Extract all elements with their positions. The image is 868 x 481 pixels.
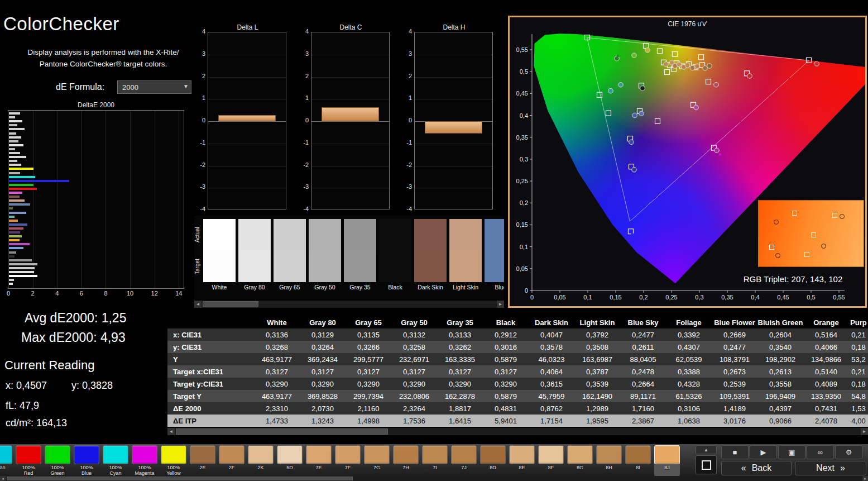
table-cell: 1,7536 bbox=[391, 417, 437, 425]
patch-color bbox=[335, 445, 361, 464]
patch-5d[interactable]: 5D bbox=[277, 445, 303, 476]
scroll-thumb[interactable] bbox=[7, 477, 353, 480]
current-x-value: x: 0,4507 bbox=[6, 380, 47, 392]
patch-color bbox=[248, 445, 274, 464]
table-cell: 0,2477 bbox=[712, 343, 757, 351]
y-tick-label: 0,55 bbox=[516, 46, 528, 53]
measurement-marker bbox=[632, 167, 637, 172]
patch-7j[interactable]: 7J bbox=[451, 445, 477, 476]
target-swatch bbox=[203, 251, 236, 282]
patch-label-line: 2E bbox=[190, 465, 215, 470]
table-cell: 134,9866 bbox=[803, 355, 849, 364]
back-button[interactable]: « Back bbox=[721, 461, 792, 475]
table-cell: 0,3264 bbox=[300, 343, 346, 351]
y-tick-label: 0,35 bbox=[516, 134, 528, 141]
patch-yellow-100[interactable]: 100%Yellow bbox=[161, 445, 186, 476]
deltae-bar bbox=[9, 223, 27, 226]
patch-cyan[interactable]: Cyan bbox=[0, 445, 12, 476]
patch-2e[interactable]: 2E bbox=[190, 445, 215, 476]
patch-color bbox=[161, 445, 186, 464]
play-button[interactable]: ▶ bbox=[750, 445, 777, 459]
gridline bbox=[208, 144, 286, 144]
patch-7i[interactable]: 7I bbox=[422, 445, 448, 476]
deltae-bar bbox=[9, 152, 20, 154]
patch-8j[interactable]: 8J bbox=[654, 445, 680, 476]
scroll-thumb[interactable] bbox=[176, 428, 388, 435]
patch-8h[interactable]: 8H bbox=[596, 445, 622, 476]
deltae-bar bbox=[9, 255, 15, 258]
patch-7g[interactable]: 7G bbox=[364, 445, 390, 476]
table-cell: 0,2673 bbox=[712, 368, 757, 376]
delta-c-chart: Delta C 43210-1-2-3-4 bbox=[296, 23, 391, 213]
table-cell: 1,8817 bbox=[437, 404, 483, 413]
measurement-marker bbox=[645, 47, 650, 53]
scroll-right-button[interactable]: ► bbox=[497, 301, 504, 308]
patch-label-line: 8J bbox=[654, 465, 680, 470]
patch-2k[interactable]: 2K bbox=[248, 445, 274, 476]
table-cell: 133,9350 bbox=[803, 392, 849, 401]
scroll-left-button[interactable]: ◄ bbox=[167, 428, 175, 435]
table-cell: 0,3127 bbox=[254, 368, 300, 376]
scroll-left-button[interactable]: ◄ bbox=[194, 301, 202, 308]
table-cell: 0,3127 bbox=[346, 368, 391, 376]
continuous-button[interactable]: ∞ bbox=[807, 445, 834, 459]
y-tick-label: -3 bbox=[400, 183, 412, 190]
table-cell: 5,9401 bbox=[483, 417, 529, 425]
patch-cyan-100[interactable]: 100%Cyan bbox=[103, 445, 128, 476]
patch-8d[interactable]: 8D bbox=[480, 445, 506, 476]
table-cell: 2,4078 bbox=[803, 417, 849, 425]
patch-7e[interactable]: 7E bbox=[306, 445, 332, 476]
patch-scroll-up-button[interactable]: ▲ bbox=[696, 445, 717, 454]
delta-h-plot bbox=[414, 32, 493, 209]
settings-button[interactable]: ⚙ bbox=[835, 445, 862, 459]
x-tick-label: 8 bbox=[104, 290, 107, 297]
stop-button[interactable]: ■ bbox=[721, 445, 749, 459]
chevron-down-icon: ▼ bbox=[183, 83, 189, 89]
patch-8e[interactable]: 8E bbox=[509, 445, 535, 476]
scroll-thumb[interactable] bbox=[203, 301, 258, 307]
deltae-bar bbox=[9, 243, 30, 245]
pattern-button[interactable]: ▣ bbox=[778, 445, 805, 459]
de-formula-dropdown[interactable]: 2000 ▼ bbox=[117, 80, 191, 94]
patch-8g[interactable]: 8G bbox=[567, 445, 593, 476]
y-tick-label: 0,1 bbox=[520, 244, 528, 250]
patch-color bbox=[509, 445, 535, 464]
measurement-marker bbox=[629, 140, 634, 145]
patch-7f[interactable]: 7F bbox=[335, 445, 361, 476]
play-icon: ▶ bbox=[761, 448, 766, 456]
patch-label-line: 7G bbox=[364, 465, 390, 470]
patch-8i[interactable]: 8I bbox=[625, 445, 651, 476]
measurement-marker bbox=[714, 148, 720, 153]
column-header: Gray 35 bbox=[437, 318, 483, 327]
measurement-marker bbox=[640, 86, 645, 91]
measurement-marker bbox=[707, 64, 712, 69]
pattern-window-button[interactable] bbox=[696, 455, 717, 474]
patch-2f[interactable]: 2F bbox=[219, 445, 244, 476]
column-header: White bbox=[254, 318, 300, 327]
gridline bbox=[415, 144, 492, 144]
x-tick-label: 0 bbox=[530, 294, 534, 301]
scroll-right-button[interactable]: ► bbox=[861, 428, 868, 435]
patch-8f[interactable]: 8F bbox=[538, 445, 564, 476]
pattern-icon: ▣ bbox=[788, 448, 795, 456]
patch-blue-100[interactable]: 100%Blue bbox=[74, 445, 99, 476]
scroll-right-button[interactable]: ► bbox=[862, 476, 868, 481]
table-cell: 1,2989 bbox=[574, 404, 620, 413]
y-tick-label: -2 bbox=[193, 161, 205, 168]
gridline bbox=[311, 121, 389, 122]
patch-red-100[interactable]: 100%Red bbox=[16, 445, 41, 476]
patch-green-100[interactable]: 100%Green bbox=[45, 445, 70, 476]
table-cell: 0,4064 bbox=[529, 368, 574, 376]
patch-label-line: 8E bbox=[509, 465, 535, 470]
patch-magenta-100[interactable]: 100%Magenta bbox=[132, 445, 157, 476]
patch-7h[interactable]: 7H bbox=[393, 445, 419, 476]
patch-color bbox=[625, 445, 651, 464]
scroll-left-button[interactable]: ◄ bbox=[0, 476, 6, 481]
patch-label: 100%Blue bbox=[74, 465, 99, 476]
table-cell: 0,2613 bbox=[757, 368, 803, 376]
next-button[interactable]: Next » bbox=[795, 461, 866, 475]
patch-color bbox=[190, 445, 215, 464]
table-cell: 0,5879 bbox=[483, 392, 529, 401]
patch-label-line: 100% bbox=[45, 465, 70, 470]
patch-label-line: 5D bbox=[277, 465, 303, 470]
